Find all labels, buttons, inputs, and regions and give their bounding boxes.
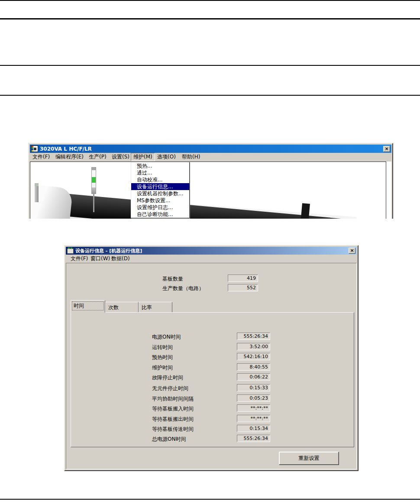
field-label: 等待基板搬出时间 <box>152 416 194 423</box>
field-value: 555:26:34 <box>237 333 270 340</box>
menu-item-device-run-info[interactable]: 设备运行信息... <box>131 183 189 190</box>
maintenance-dropdown-menu: 预热... 通过... 自动校准... 设备运行信息... 设置机器控制参数..… <box>131 162 190 218</box>
signal-tower-small-cap <box>35 183 39 186</box>
field-label: 电源ON时间 <box>152 333 181 341</box>
field-label: 平均协助时间间隔 <box>152 395 194 403</box>
dialog-titlebar[interactable]: 设备运行信息 - [机器运行信息] × <box>66 247 357 255</box>
machine-image <box>30 162 386 219</box>
tab-time[interactable]: 时间 <box>71 300 105 313</box>
table-row: 无元件停止时间 0:15:33 <box>71 384 354 392</box>
table-row: 预热时间 542:16:10 <box>71 353 354 361</box>
field-value: 0:05:23 <box>237 394 270 402</box>
field-label: 运转时间 <box>152 344 173 351</box>
app-icon-dot <box>34 148 36 150</box>
field-value: 3:52:00 <box>237 343 270 350</box>
signal-tower-rod <box>93 194 94 212</box>
table-row: 等待基板传送时间 0:15:34 <box>71 425 354 433</box>
field-label: 等待基板传送时间 <box>152 426 194 433</box>
dialog-client-area: 基板数量 419 生产数量（电路） 552 时间 次数 比率 电源ON时间 55… <box>66 263 357 469</box>
table-row: 运转时间 3:52:00 <box>71 343 354 351</box>
tab-ratio-label: 比率 <box>142 304 152 310</box>
tab-count-label: 次数 <box>108 304 119 310</box>
board-count-value: 419 <box>228 275 258 282</box>
field-value: **:**:** <box>237 404 270 412</box>
field-value: 542:16:10 <box>237 353 270 360</box>
page-rule-bottom <box>0 499 420 500</box>
production-count-value: 552 <box>228 284 258 291</box>
menu-maintenance[interactable]: 维护(M) <box>131 153 155 161</box>
table-row: 等待基板搬出时间 **:**:** <box>71 415 354 423</box>
menu-file[interactable]: 文件(F) <box>68 255 90 262</box>
board-count-label: 基板数量 <box>162 275 183 283</box>
signal-tower-segment <box>92 183 96 187</box>
field-label: 故障停止时间 <box>152 374 183 381</box>
close-icon[interactable]: × <box>349 248 355 254</box>
signal-tower-small-icon <box>35 183 39 202</box>
menu-file[interactable]: 文件(F) <box>30 153 52 161</box>
menu-data[interactable]: 数据(D) <box>109 255 132 262</box>
dialog-icon-body <box>67 249 74 254</box>
menu-item-auto-calibration[interactable]: 自动校准... <box>131 176 189 183</box>
reset-button[interactable]: 重新设置 <box>279 452 339 465</box>
close-icon[interactable]: × <box>383 146 390 152</box>
page-rule-2 <box>0 18 420 19</box>
tab-ratio[interactable]: 比率 <box>139 302 172 312</box>
table-row: 电源ON时间 555:26:34 <box>71 333 354 341</box>
field-label: 无元件停止时间 <box>152 385 188 392</box>
menu-item-preheat[interactable]: 预热... <box>131 162 189 169</box>
table-row: 等待基板搬入时间 **:**:** <box>71 405 354 413</box>
signal-tower-green-light <box>92 177 96 183</box>
dialog-menubar: 文件(F) 窗口(W) 数据(D) <box>66 255 357 263</box>
menu-item-self-diagnosis[interactable]: 自己诊断功能... <box>131 211 189 218</box>
field-value: 0:06:22 <box>237 373 270 381</box>
menu-window[interactable]: 窗口(W) <box>88 255 112 262</box>
menu-item-pass[interactable]: 通过... <box>131 169 189 176</box>
main-menubar: 文件(F) 编辑程序(E) 生产(P) 设置(S) 维护(M) 选项(O) 帮助… <box>30 153 391 162</box>
table-row: 故障停止时间 0:06:22 <box>71 374 354 381</box>
field-value: 8:40:55 <box>237 363 270 371</box>
production-count-label: 生产数量（电路） <box>162 285 204 292</box>
menu-help[interactable]: 帮助(H) <box>180 153 202 161</box>
field-label: 维护时间 <box>152 364 173 372</box>
machine-right-block <box>300 203 310 219</box>
field-value: **:**:** <box>237 415 270 422</box>
signal-tower-base <box>92 187 96 194</box>
window-title: 3020VA L HC/F/LR <box>40 146 92 152</box>
field-label: 预热时间 <box>152 354 173 361</box>
menu-edit-program[interactable]: 编辑程序(E) <box>53 153 86 161</box>
app-icon-stripes <box>32 146 33 152</box>
table-row: 平均协助时间间隔 0:05:23 <box>71 395 354 403</box>
menu-settings[interactable]: 设置(S) <box>110 153 132 161</box>
app-icon <box>31 145 38 152</box>
signal-tower-segment <box>92 170 96 177</box>
window-right-strip <box>386 162 391 219</box>
tab-count[interactable]: 次数 <box>105 302 139 312</box>
menu-item-ms-params[interactable]: MS参数设置... <box>131 197 189 204</box>
table-row: 总电源ON时间 555:26:34 <box>71 435 354 443</box>
field-value: 0:15:33 <box>237 384 270 391</box>
main-app-window: 3020VA L HC/F/LR × 文件(F) 编辑程序(E) 生产(P) 设… <box>28 143 393 219</box>
time-tab-panel: 电源ON时间 555:26:34 运转时间 3:52:00 预热时间 542:1… <box>71 312 354 447</box>
dialog-icon <box>67 248 74 254</box>
tab-time-label: 时间 <box>74 303 84 309</box>
main-titlebar[interactable]: 3020VA L HC/F/LR × <box>30 145 391 153</box>
menu-options[interactable]: 选项(O) <box>155 153 178 161</box>
page-rule-4 <box>0 95 420 96</box>
page-rule-top <box>0 0 420 1</box>
menu-item-maintenance-log[interactable]: 设置维护日志... <box>131 204 189 211</box>
dialog-title: 设备运行信息 - [机器运行信息] <box>75 248 142 254</box>
field-label: 总电源ON时间 <box>152 436 186 443</box>
page-rule-3 <box>0 65 420 66</box>
menu-production[interactable]: 生产(P) <box>87 153 109 161</box>
field-value: 0:15:34 <box>237 425 270 432</box>
field-label: 等待基板搬入时间 <box>152 405 194 413</box>
signal-tower-icon <box>91 167 96 194</box>
device-run-info-window: 设备运行信息 - [机器运行信息] × 文件(F) 窗口(W) 数据(D) 基板… <box>64 245 359 471</box>
table-row: 维护时间 8:40:55 <box>71 364 354 372</box>
field-value: 555:26:34 <box>237 435 270 442</box>
menu-item-machine-control-params[interactable]: 设置机器控制参数... <box>131 190 189 197</box>
